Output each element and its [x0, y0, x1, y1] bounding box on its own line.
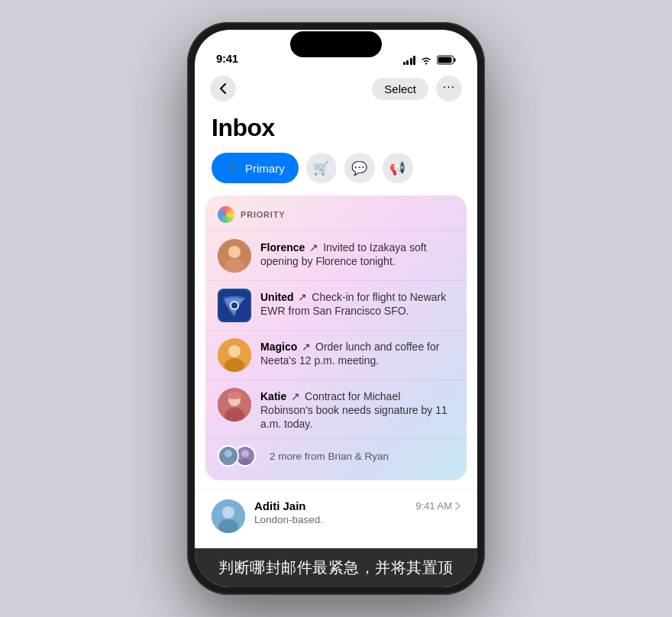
- sender-magico: Magico: [260, 341, 297, 353]
- avatar-florence: [218, 239, 251, 273]
- inbox-title: Inbox: [195, 109, 477, 153]
- content-area: PRIORITY Florence ↗ Invited to Izakaya s…: [195, 195, 477, 548]
- nav-bar: Select ···: [195, 71, 477, 109]
- svg-point-11: [228, 345, 241, 357]
- time-aditi: 9:41 AM: [415, 500, 452, 512]
- more-dots: ···: [443, 80, 455, 94]
- priority-item-katie[interactable]: Katie ↗ Contract for Michael Robinson's …: [205, 380, 467, 438]
- priority-text-magico: Magico ↗ Order lunch and coffee for Neet…: [260, 338, 454, 367]
- sender-katie: Katie: [260, 390, 286, 402]
- inbox-text-aditi: Aditi Jain 9:41 AM London-based.: [254, 499, 460, 525]
- inbox-item-aditi[interactable]: Aditi Jain 9:41 AM London-based.: [195, 489, 477, 542]
- subtitle-bar: 判断哪封邮件最紧急，并将其置顶: [195, 548, 477, 587]
- svg-rect-3: [438, 57, 452, 63]
- person-icon: 👤: [225, 161, 240, 175]
- svg-point-24: [222, 506, 234, 518]
- more-text: 2 more from Brian & Ryan: [270, 451, 389, 462]
- inbox-time: 9:41 AM: [415, 500, 460, 512]
- svg-point-9: [231, 302, 237, 308]
- priority-sparkle-icon: [218, 206, 234, 223]
- sender-florence: Florence: [260, 241, 305, 254]
- svg-point-21: [241, 450, 249, 457]
- tab-promo[interactable]: 📢: [383, 153, 413, 183]
- watermark: 智东西 jaidos.com: [402, 538, 470, 549]
- svg-point-5: [228, 246, 241, 258]
- dynamic-island: [290, 31, 382, 57]
- sender-united: United: [260, 291, 294, 303]
- sender-aditi: Aditi Jain: [254, 499, 306, 512]
- preview-aditi: London-based.: [254, 514, 460, 525]
- battery-icon: [437, 55, 456, 65]
- phone-frame: 9:41: [187, 22, 485, 595]
- svg-point-16: [227, 392, 242, 399]
- svg-point-0: [425, 63, 427, 64]
- filter-tabs: 👤 Primary 🛒 💬 📢: [195, 153, 477, 195]
- select-button[interactable]: Select: [372, 78, 428, 100]
- priority-text-united: United ↗ Check-in for flight to Newark E…: [260, 289, 454, 318]
- nav-right-actions: Select ···: [372, 76, 462, 102]
- tab-primary-label: Primary: [245, 162, 285, 175]
- subtitle-text: 判断哪封邮件最紧急，并将其置顶: [210, 557, 462, 578]
- more-button[interactable]: ···: [436, 76, 462, 102]
- more-row[interactable]: 2 more from Brian & Ryan: [205, 438, 467, 476]
- wifi-icon: [420, 56, 432, 65]
- promo-icon: 📢: [389, 160, 405, 176]
- priority-text-florence: Florence ↗ Invited to Izakaya soft openi…: [260, 239, 454, 268]
- svg-point-18: [225, 450, 232, 457]
- inbox-top: Aditi Jain 9:41 AM: [254, 499, 460, 512]
- chat-icon: 💬: [351, 160, 367, 176]
- priority-item-united[interactable]: United ↗ Check-in for flight to Newark E…: [205, 280, 467, 330]
- shopping-icon: 🛒: [313, 160, 329, 176]
- back-button[interactable]: [210, 76, 236, 102]
- avatar-united: [218, 289, 251, 322]
- priority-label: PRIORITY: [241, 210, 285, 219]
- tab-chat[interactable]: 💬: [344, 153, 375, 183]
- chevron-right-icon: [455, 502, 460, 510]
- status-icons: [403, 55, 457, 65]
- avatar-katie: [218, 388, 251, 422]
- priority-item-magico[interactable]: Magico ↗ Order lunch and coffee for Neet…: [205, 330, 467, 380]
- priority-item-florence[interactable]: Florence ↗ Invited to Izakaya soft openi…: [205, 231, 467, 280]
- phone-screen: 9:41: [195, 30, 477, 587]
- avatar-magico: [218, 338, 251, 372]
- avatar-brian: [218, 445, 239, 467]
- status-time: 9:41: [216, 52, 238, 65]
- tab-primary[interactable]: 👤 Primary: [212, 153, 299, 183]
- tab-shopping[interactable]: 🛒: [306, 153, 337, 183]
- priority-card: PRIORITY Florence ↗ Invited to Izakaya s…: [205, 195, 467, 480]
- svg-rect-2: [454, 58, 456, 62]
- priority-header: PRIORITY: [205, 206, 467, 231]
- priority-text-katie: Katie ↗ Contract for Michael Robinson's …: [260, 388, 454, 431]
- back-icon: [219, 82, 227, 95]
- preview-katie: Contract for Michael Robinson's book nee…: [260, 390, 447, 430]
- avatar-aditi: [212, 499, 245, 533]
- signal-icon: [403, 56, 416, 65]
